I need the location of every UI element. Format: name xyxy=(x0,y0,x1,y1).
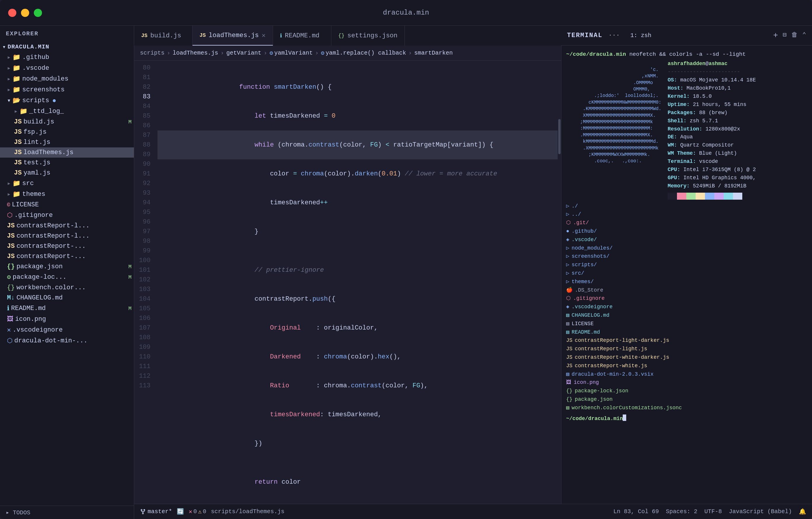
add-terminal-icon[interactable]: + xyxy=(773,31,778,40)
sidebar-item-readme[interactable]: ℹ README.md M xyxy=(0,303,134,314)
terminal-content[interactable]: ~/code/dracula.min neofetch && colorls -… xyxy=(561,46,812,504)
todos-section[interactable]: ▸ TODOS xyxy=(0,506,134,519)
editor-tabs: JS build.js JS loadThemes.js ✕ ℹ README.… xyxy=(134,26,561,46)
breadcrumb-load-themes[interactable]: loadThemes.js xyxy=(173,50,218,56)
breadcrumb-smart-darken[interactable]: smartDarken xyxy=(414,50,453,56)
folder-icon: 📁 xyxy=(12,53,21,61)
breadcrumb-scripts[interactable]: scripts xyxy=(140,50,165,56)
code-content[interactable]: function smartDarken() { let timesDarken… xyxy=(157,61,558,504)
close-panel-icon[interactable]: ⌃ xyxy=(802,31,806,40)
sidebar-item-vscode[interactable]: ▸ 📁 .vscode xyxy=(0,63,134,74)
sidebar-item-fsp-js[interactable]: JS fsp.js xyxy=(0,127,134,137)
json-icon: {} xyxy=(7,284,14,291)
sidebar-item-themes[interactable]: ▸ 📁 themes xyxy=(0,189,134,200)
json-icon: {} xyxy=(338,33,345,38)
folder-icon: 📁 xyxy=(12,64,21,72)
sidebar-item-package-json[interactable]: {} package.json M xyxy=(0,262,134,272)
file-list-item: ⬡ .git/ xyxy=(566,219,807,227)
sidebar-item-label: icon.png xyxy=(15,316,46,323)
chevron-right-icon: ▸ xyxy=(7,86,11,94)
chevron-down-icon: ▾ xyxy=(7,97,11,105)
minimize-button[interactable] xyxy=(21,9,29,17)
scrollbar-thumb[interactable] xyxy=(558,119,560,154)
code-editor[interactable]: 80 81 82 83 84 85 86 87 88 89 90 91 xyxy=(134,61,561,504)
terminal-header: TERMINAL ··· 1: zsh + ⊟ 🗑 ⌃ xyxy=(561,26,812,46)
window-title: dracula.min xyxy=(383,9,429,17)
encoding[interactable]: UTF-8 xyxy=(704,508,722,515)
file-list-item: ▷ node_modules/ xyxy=(566,244,807,252)
maximize-button[interactable] xyxy=(34,9,42,17)
sidebar-item-license[interactable]: © LICENSE xyxy=(0,200,134,210)
sidebar-item-scripts[interactable]: ▾ 📂 scripts xyxy=(0,95,134,106)
json-icon: ⚙ xyxy=(7,273,11,281)
sidebar-item-load-themes-js[interactable]: JS loadThemes.js xyxy=(0,147,134,158)
sidebar-item-test-js[interactable]: JS test.js xyxy=(0,158,134,168)
close-button[interactable] xyxy=(8,9,16,17)
color-block xyxy=(724,193,733,200)
file-list-item: ▤ README.md xyxy=(566,328,807,336)
spaces-setting[interactable]: Spaces: 2 xyxy=(666,508,697,515)
sidebar-item-node-modules[interactable]: ▸ 📁 node_modules xyxy=(0,74,134,84)
file-list-item: JS contrastReport-white-darker.js xyxy=(566,353,807,362)
md-icon: ℹ xyxy=(7,304,9,312)
sidebar-item-lint-js[interactable]: JS lint.js xyxy=(0,137,134,147)
js-file-icon: JS xyxy=(7,243,14,250)
js-file-icon: JS xyxy=(14,169,22,176)
sidebar-item-github[interactable]: ▸ 📁 .github xyxy=(0,52,134,63)
code-line: Original : originalColor, xyxy=(157,313,558,343)
breadcrumb-get-variant[interactable]: getVariant xyxy=(226,50,261,56)
sidebar-item-icon-png[interactable]: 🖼 icon.png xyxy=(0,314,134,325)
breadcrumb-yaml-replace[interactable]: ⚙yaml.replace() callback xyxy=(321,49,406,57)
sidebar-item-contrast1[interactable]: JS contrastReport-l... xyxy=(0,221,134,231)
sidebar-item-src[interactable]: ▸ 📁 src xyxy=(0,178,134,189)
js-file-icon: JS xyxy=(14,149,22,156)
sidebar-item-package-lock[interactable]: ⚙ package-loc... M xyxy=(0,272,134,282)
neofetch-info: ashrafhadden@ashmac --------------------… xyxy=(668,60,756,199)
split-terminal-icon[interactable]: ⊟ xyxy=(783,31,787,40)
content-area: scripts › loadThemes.js › getVariant › ⚙… xyxy=(134,46,812,504)
tab-load-themes-js[interactable]: JS loadThemes.js ✕ xyxy=(193,26,273,46)
breadcrumb-yaml-variant[interactable]: ⚙yamlVariant xyxy=(269,49,313,57)
sidebar-item-contrast3[interactable]: JS contrastReport-... xyxy=(0,241,134,251)
sidebar-item-contrast4[interactable]: JS contrastReport-... xyxy=(0,251,134,262)
file-tree: ▾ DRACULA.MIN ▸ 📁 .github ▸ 📁 .vscode xyxy=(0,42,134,506)
sidebar-item-ttd-log[interactable]: ▸ 📁 _ttd_log_ xyxy=(0,106,134,117)
sidebar-item-changelog[interactable]: M↓ CHANGELOG.md xyxy=(0,293,134,303)
sidebar-item-dracula-vsix[interactable]: ⬡ dracula-dot-min-... xyxy=(0,335,134,346)
code-line: Darkened : chroma(color).hex(), xyxy=(157,343,558,371)
sidebar-item-yaml-js[interactable]: JS yaml.js xyxy=(0,168,134,178)
tab-readme-md[interactable]: ℹ README.md xyxy=(273,26,331,46)
editor-scrollbar[interactable] xyxy=(558,61,561,504)
sidebar-item-contrast2[interactable]: JS contrastReport-l... xyxy=(0,231,134,241)
terminal-more-icon[interactable]: ··· xyxy=(608,32,620,39)
sidebar-header: EXPLORER xyxy=(0,26,134,42)
git-branch[interactable]: master* xyxy=(140,508,172,515)
sidebar-item-gitignore[interactable]: ⬡ .gitignore xyxy=(0,210,134,221)
file-list-item: ▤ CHANGELOG.md xyxy=(566,311,807,320)
sidebar-item-workbench[interactable]: {} workbench.color... xyxy=(0,282,134,293)
trash-icon[interactable]: 🗑 xyxy=(791,31,798,40)
sync-icon[interactable]: 🔄 xyxy=(177,508,184,515)
sidebar-item-label: CHANGELOG.md xyxy=(16,294,62,302)
tab-settings-json[interactable]: {} settings.json xyxy=(331,26,405,46)
sidebar-item-label: node_modules xyxy=(22,75,68,83)
language-mode[interactable]: JavaScript (Babel) xyxy=(729,508,792,515)
js-file-icon: JS xyxy=(7,233,14,240)
sidebar-item-build-js[interactable]: JS build.js M xyxy=(0,117,134,127)
sidebar-item-vscodeignore[interactable]: ✕ .vscodeignore xyxy=(0,325,134,335)
code-line: } xyxy=(157,217,558,246)
png-icon: 🖼 xyxy=(7,315,13,323)
md-icon: M↓ xyxy=(7,294,14,302)
notification-icon[interactable]: 🔔 xyxy=(799,508,806,515)
code-line xyxy=(157,63,558,73)
sidebar-item-screenshots[interactable]: ▸ 📁 screenshots xyxy=(0,84,134,95)
sidebar-item-label: dracula-dot-min-... xyxy=(14,337,87,345)
error-count[interactable]: ✕ 0 ⚠ 0 xyxy=(189,508,206,515)
terminal-tab-zsh[interactable]: 1: zsh xyxy=(630,32,651,39)
tab-build-js[interactable]: JS build.js xyxy=(134,26,193,46)
cursor-position[interactable]: Ln 83, Col 69 xyxy=(613,508,659,515)
tab-close-button[interactable]: ✕ xyxy=(262,31,265,39)
tab-label: README.md xyxy=(285,32,320,39)
tree-root[interactable]: ▾ DRACULA.MIN xyxy=(0,42,134,52)
sidebar-item-label: build.js xyxy=(23,118,54,126)
